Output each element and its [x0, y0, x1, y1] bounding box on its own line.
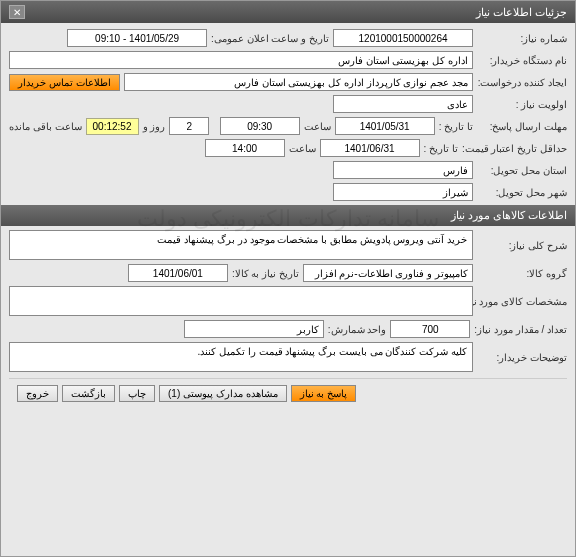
requester-field: مجد عجم نوازی کارپرداز اداره کل بهزیستی …: [124, 73, 473, 91]
buyer-notes-textarea[interactable]: کلیه شرکت کنندگان می بایست برگ پیشنهاد ق…: [9, 342, 473, 372]
spec-label: مشخصات کالای مورد نیاز:: [477, 296, 567, 307]
row-desc: شرح کلی نیاز: خرید آنتی ویروس پادویش مطا…: [9, 230, 567, 260]
footer-buttons: خروج بازگشت چاپ مشاهده مدارک پیوستی (1) …: [9, 378, 567, 408]
priority-label: اولویت نیاز :: [477, 99, 567, 110]
row-qty: تعداد / مقدار مورد نیاز: 700 واحد شمارش:…: [9, 320, 567, 338]
time-label-2: ساعت: [289, 143, 316, 154]
row-priority: اولویت نیاز : عادی: [9, 95, 567, 113]
print-button[interactable]: چاپ: [119, 385, 155, 402]
city-label: شهر محل تحویل:: [477, 187, 567, 198]
need-number-field: 1201000150000264: [333, 29, 473, 47]
group-field: کامپیوتر و فناوری اطلاعات-نرم افزار: [303, 264, 473, 282]
buyer-label: نام دستگاه خریدار:: [477, 55, 567, 66]
validity-date-field: 1401/06/31: [320, 139, 420, 157]
contact-buyer-button[interactable]: اطلاعات تماس خریدار: [9, 74, 120, 91]
need-date-label: تاریخ نیاز به کالا:: [232, 268, 299, 279]
need-number-label: شماره نیاز:: [477, 33, 567, 44]
row-group: گروه کالا: کامپیوتر و فناوری اطلاعات-نرم…: [9, 264, 567, 282]
qty-label: تعداد / مقدار مورد نیاز:: [474, 324, 567, 335]
remaining-label: ساعت باقی مانده: [9, 121, 82, 132]
row-province: استان محل تحویل: فارس: [9, 161, 567, 179]
row-need-number: شماره نیاز: 1201000150000264 تاریخ و ساع…: [9, 29, 567, 47]
deadline-time-field: 09:30: [220, 117, 300, 135]
announce-label: تاریخ و ساعت اعلان عمومی:: [211, 33, 329, 44]
requester-label: ایجاد کننده درخواست:: [477, 77, 567, 88]
exit-button[interactable]: خروج: [17, 385, 58, 402]
city-field: شیراز: [333, 183, 473, 201]
announce-field: 1401/05/29 - 09:10: [67, 29, 207, 47]
time-label-1: ساعت: [304, 121, 331, 132]
to-date-label: تا تاریخ :: [439, 121, 473, 132]
buyer-notes-label: توضیحات خریدار:: [477, 352, 567, 363]
row-deadline: مهلت ارسال پاسخ: تا تاریخ : 1401/05/31 س…: [9, 117, 567, 135]
titlebar: جزئیات اطلاعات نیاز ✕: [1, 1, 575, 23]
back-button[interactable]: بازگشت: [62, 385, 115, 402]
window-title: جزئیات اطلاعات نیاز: [476, 6, 567, 19]
need-date-field: 1401/06/01: [128, 264, 228, 282]
desc-textarea[interactable]: خرید آنتی ویروس پادویش مطابق با مشخصات م…: [9, 230, 473, 260]
province-field: فارس: [333, 161, 473, 179]
qty-field: 700: [390, 320, 470, 338]
buyer-field: اداره کل بهزیستی استان فارس: [9, 51, 473, 69]
spec-textarea[interactable]: [9, 286, 473, 316]
province-label: استان محل تحویل:: [477, 165, 567, 176]
attachments-button[interactable]: مشاهده مدارک پیوستی (1): [159, 385, 287, 402]
group-label: گروه کالا:: [477, 268, 567, 279]
row-buyer: نام دستگاه خریدار: اداره کل بهزیستی استا…: [9, 51, 567, 69]
validity-time-field: 14:00: [205, 139, 285, 157]
respond-button[interactable]: پاسخ به نیاز: [291, 385, 357, 402]
validity-label: حداقل تاریخ اعتبار قیمت:: [462, 143, 567, 154]
unit-field: کاربر: [184, 320, 324, 338]
close-icon[interactable]: ✕: [9, 5, 25, 19]
unit-label: واحد شمارش:: [328, 324, 387, 335]
row-requester: ایجاد کننده درخواست: مجد عجم نوازی کارپر…: [9, 73, 567, 91]
content-area: سامانه تدارکات الکترونیکی دولت شماره نیا…: [1, 23, 575, 414]
days-label: روز و: [143, 121, 166, 132]
days-remaining-field: 2: [169, 117, 209, 135]
deadline-label: مهلت ارسال پاسخ:: [477, 121, 567, 132]
section-items-header: اطلاعات کالاهای مورد نیاز: [1, 205, 575, 226]
priority-field: عادی: [333, 95, 473, 113]
row-validity: حداقل تاریخ اعتبار قیمت: تا تاریخ : 1401…: [9, 139, 567, 157]
row-buyer-notes: توضیحات خریدار: کلیه شرکت کنندگان می بای…: [9, 342, 567, 372]
deadline-date-field: 1401/05/31: [335, 117, 435, 135]
to-date-label-2: تا تاریخ :: [424, 143, 458, 154]
desc-label: شرح کلی نیاز:: [477, 240, 567, 251]
countdown-timer: 00:12:52: [86, 118, 139, 135]
dialog-window: جزئیات اطلاعات نیاز ✕ سامانه تدارکات الک…: [0, 0, 576, 557]
row-spec: مشخصات کالای مورد نیاز:: [9, 286, 567, 316]
row-city: شهر محل تحویل: شیراز: [9, 183, 567, 201]
